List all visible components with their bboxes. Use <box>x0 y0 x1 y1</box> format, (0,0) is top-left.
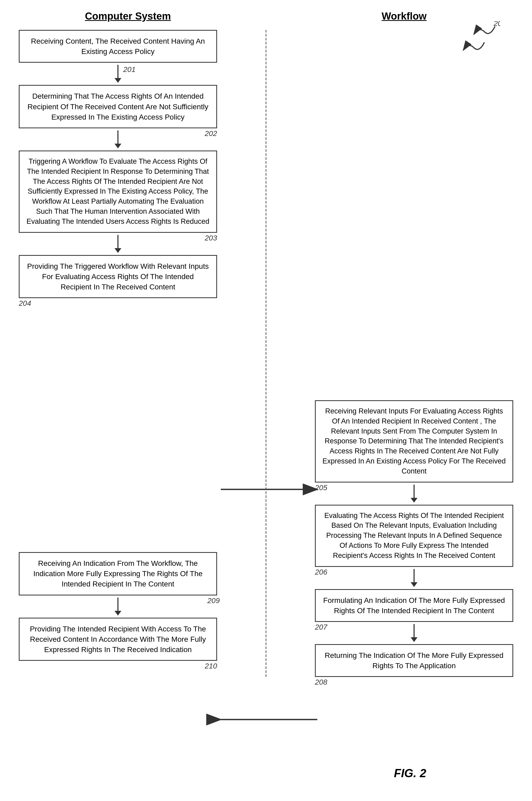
svg-text:200: 200 <box>493 21 500 27</box>
left-flow: Receiving Content, The Received Content … <box>15 30 221 677</box>
left-column-header: Computer System <box>32 11 224 22</box>
box-203: Triggering A Workflow To Evaluate The Ac… <box>19 150 217 233</box>
arrow-205-206 <box>411 485 418 503</box>
arrow-202-203 <box>114 130 121 148</box>
dashed-divider <box>265 30 267 677</box>
ref-208: 208 <box>315 678 327 687</box>
box-202: Determining That The Access Rights Of An… <box>19 85 217 128</box>
arrow-209-210 <box>114 598 121 616</box>
fig-label: FIG. 2 <box>394 767 426 780</box>
right-column-header: Workflow <box>308 11 500 22</box>
ref-204: 204 <box>19 299 31 308</box>
box-201: Receiving Content, The Received Content … <box>19 30 217 63</box>
diagram-container: Computer System Workflow 200 Receivin <box>0 0 532 801</box>
arrow-203-204 <box>114 235 121 253</box>
box-207: Formulating An Indication Of The More Fu… <box>315 589 513 622</box>
ref-202: 202 <box>205 129 217 138</box>
box-210: Providing The Intended Recipient With Ac… <box>19 618 217 661</box>
ref-207: 207 <box>315 623 327 631</box>
ref-206: 206 <box>315 568 327 576</box>
box-208: Returning The Indication Of The More Ful… <box>315 644 513 677</box>
ref-209: 209 <box>207 597 220 605</box>
center-divider-col <box>221 30 311 677</box>
flow-content: Receiving Content, The Received Content … <box>15 30 517 677</box>
box-209: Receiving An Indication From The Workflo… <box>19 552 217 595</box>
arrow-206-207 <box>411 569 418 587</box>
ref-201: 201 <box>123 66 136 74</box>
box-204: Providing The Triggered Workflow With Re… <box>19 255 217 298</box>
right-flow: Receiving Relevant Inputs For Evaluating… <box>311 30 517 677</box>
box-205: Receiving Relevant Inputs For Evaluating… <box>315 400 513 483</box>
ref-210: 210 <box>205 662 217 670</box>
arrow-207-208 <box>411 624 418 642</box>
arrow-201-202 <box>114 65 121 83</box>
ref-203: 203 <box>205 234 217 242</box>
box-206: Evaluating The Access Rights Of The Inte… <box>315 505 513 567</box>
ref-205: 205 <box>315 484 327 492</box>
